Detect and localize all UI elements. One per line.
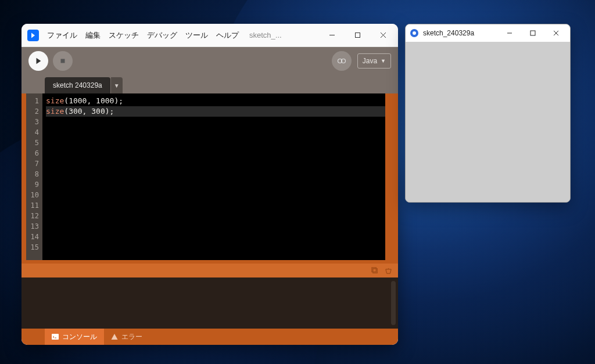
line-number-gutter: 123456789101112131415 [26, 93, 42, 260]
console-tab[interactable]: コンソール [45, 329, 104, 345]
menu-help[interactable]: ヘルプ [216, 30, 239, 41]
ide-toolbar: Java ▼ [21, 47, 398, 75]
svg-rect-14 [52, 334, 59, 340]
menu-debug[interactable]: デバッグ [147, 30, 177, 41]
minimize-button[interactable] [319, 24, 345, 47]
code-line[interactable]: size(300, 300); [46, 106, 390, 117]
run-button[interactable] [28, 51, 48, 71]
clear-icon[interactable] [385, 267, 392, 275]
code-editor[interactable]: size(1000, 1000);size(300, 300); [42, 93, 393, 260]
output-minimize-button[interactable] [498, 24, 521, 42]
tab-dropdown-button[interactable]: ▼ [111, 77, 123, 93]
console-divider[interactable] [21, 264, 398, 277]
svg-rect-8 [372, 267, 376, 271]
errors-tab-label: エラー [121, 332, 142, 342]
svg-rect-1 [355, 33, 360, 38]
console-tab-label: コンソール [62, 332, 97, 342]
ide-tabbar: sketch 240329a ▼ [21, 75, 398, 93]
sketch-output-window: sketch_240329a [405, 24, 571, 203]
svg-rect-4 [61, 59, 65, 63]
editor-scrollbar[interactable] [385, 93, 393, 260]
mode-selector[interactable]: Java ▼ [357, 53, 391, 69]
processing-ide-window: ファイル 編集 スケッチ デバッグ ツール ヘルプ sketch_... [21, 24, 398, 345]
ide-titlebar[interactable]: ファイル 編集 スケッチ デバッグ ツール ヘルプ sketch_... [21, 24, 398, 47]
svg-line-12 [390, 269, 391, 273]
mode-label: Java [363, 57, 377, 65]
output-maximize-button[interactable] [521, 24, 544, 42]
editor-area: 123456789101112131415 size(1000, 1000);s… [21, 93, 398, 264]
titlebar-sketch-name: sketch_... [249, 31, 282, 39]
svg-rect-16 [531, 31, 535, 35]
maximize-button[interactable] [345, 24, 370, 47]
svg-line-11 [386, 269, 387, 273]
output-window-title: sketch_240329a [423, 29, 474, 37]
svg-rect-7 [373, 268, 377, 272]
code-line[interactable]: size(1000, 1000); [46, 96, 390, 106]
errors-tab[interactable]: エラー [104, 329, 149, 345]
stop-button[interactable] [53, 51, 73, 71]
copy-icon[interactable] [371, 267, 379, 275]
sketch-tab[interactable]: sketch 240329a [45, 77, 110, 93]
sketch-canvas[interactable] [406, 42, 570, 202]
sketch-window-icon [410, 29, 418, 37]
console-output[interactable] [21, 277, 398, 329]
menu-edit[interactable]: 編集 [85, 30, 101, 41]
output-titlebar[interactable]: sketch_240329a [406, 24, 570, 42]
menu-file[interactable]: ファイル [47, 30, 77, 41]
output-close-button[interactable] [544, 24, 568, 42]
processing-logo-icon [27, 30, 39, 41]
ide-menubar: ファイル 編集 スケッチ デバッグ ツール ヘルプ [47, 30, 239, 41]
menu-tools[interactable]: ツール [185, 30, 208, 41]
close-button[interactable] [370, 24, 396, 47]
menu-sketch[interactable]: スケッチ [109, 30, 139, 41]
debugger-button[interactable] [332, 51, 352, 71]
sketch-tab-label: sketch 240329a [53, 81, 102, 89]
chevron-down-icon: ▼ [381, 58, 386, 64]
ide-footer: コンソール エラー [21, 329, 398, 345]
